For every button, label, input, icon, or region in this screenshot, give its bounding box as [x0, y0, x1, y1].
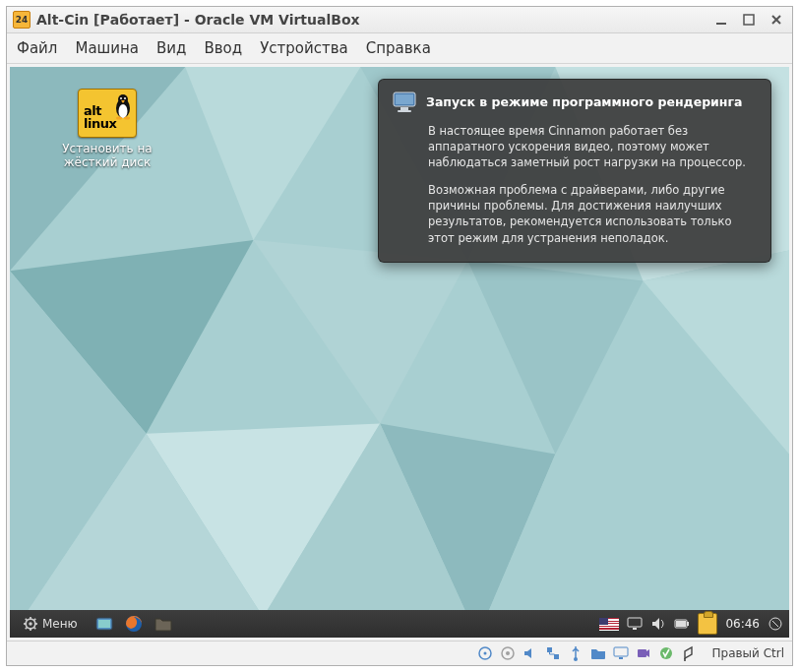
notification-body-2: Возможная проблема с драйверами, либо др…: [428, 182, 757, 245]
svg-marker-63: [646, 649, 649, 657]
svg-rect-60: [614, 647, 628, 656]
menu-devices[interactable]: Устройства: [260, 39, 348, 57]
show-desktop-button[interactable]: [93, 613, 115, 635]
svg-point-32: [29, 622, 32, 626]
desktop-icon-install[interactable]: alt linux Установить на жёсткий диск: [43, 89, 171, 169]
notifications-tray-icon[interactable]: [768, 616, 783, 632]
svg-line-38: [34, 628, 36, 630]
files-launcher[interactable]: [153, 613, 174, 635]
svg-point-59: [574, 657, 578, 661]
app-icon: 24: [13, 11, 31, 29]
network-indicator-icon[interactable]: [545, 645, 561, 661]
guest-additions-indicator-icon[interactable]: [658, 645, 674, 661]
menu-help[interactable]: Справка: [366, 39, 431, 57]
menu-button-label: Меню: [42, 617, 78, 631]
volume-tray-icon[interactable]: [650, 616, 666, 632]
svg-rect-61: [619, 657, 623, 659]
close-button[interactable]: [767, 12, 786, 28]
svg-point-55: [506, 651, 510, 655]
altlinux-logo-icon: alt linux: [78, 89, 137, 138]
shared-folders-indicator-icon[interactable]: [590, 645, 606, 661]
virtualbox-window: 24 Alt-Cin [Работает] - Oracle VM Virtua…: [6, 6, 793, 666]
svg-rect-58: [554, 654, 559, 659]
taskbar-clock[interactable]: 06:46: [725, 617, 760, 631]
usb-indicator-icon[interactable]: [568, 645, 584, 661]
svg-marker-56: [524, 648, 531, 658]
svg-point-53: [484, 652, 487, 655]
notification-body-1: В настоящее время Cinnamon работает без …: [428, 123, 757, 170]
menu-input[interactable]: Ввод: [204, 39, 242, 57]
svg-rect-45: [633, 628, 637, 630]
svg-line-37: [26, 619, 28, 621]
notification-software-rendering[interactable]: Запуск в режиме программного рендеринга …: [378, 79, 771, 263]
svg-point-22: [120, 97, 122, 99]
svg-rect-62: [638, 649, 646, 657]
guest-viewport: alt linux Установить на жёсткий диск Зап…: [10, 67, 789, 638]
monitor-icon: [393, 92, 416, 113]
svg-rect-48: [687, 622, 689, 626]
svg-rect-30: [398, 110, 411, 112]
menu-view[interactable]: Вид: [156, 39, 186, 57]
svg-point-25: [116, 117, 122, 120]
svg-line-40: [26, 628, 28, 630]
display-indicator-icon[interactable]: [613, 645, 629, 661]
svg-point-20: [119, 104, 128, 118]
svg-rect-28: [396, 94, 413, 104]
svg-rect-42: [98, 620, 110, 628]
recording-indicator-icon[interactable]: [636, 645, 651, 661]
guest-taskbar: Меню 06:46: [10, 610, 789, 638]
host-key-label: Правый Ctrl: [711, 646, 784, 660]
notes-tray-icon[interactable]: [698, 613, 717, 635]
firefox-launcher[interactable]: [123, 613, 145, 635]
menubar: Файл Машина Вид Ввод Устройства Справка: [7, 33, 792, 64]
svg-rect-57: [547, 647, 552, 652]
svg-rect-49: [676, 621, 686, 627]
hdd-indicator-icon[interactable]: [477, 645, 493, 661]
svg-rect-1: [744, 15, 754, 25]
audio-indicator-icon[interactable]: [522, 645, 538, 661]
svg-rect-29: [400, 107, 408, 110]
gear-icon: [24, 617, 37, 631]
display-tray-icon[interactable]: [627, 616, 643, 632]
svg-marker-46: [652, 618, 659, 630]
menu-file[interactable]: Файл: [17, 39, 57, 57]
titlebar[interactable]: 24 Alt-Cin [Работает] - Oracle VM Virtua…: [7, 7, 792, 33]
svg-line-39: [34, 619, 36, 621]
svg-rect-44: [628, 618, 642, 627]
svg-point-26: [124, 117, 130, 120]
virtualbox-statusbar: Правый Ctrl: [7, 641, 792, 665]
desktop-icon-label: Установить на жёсткий диск: [43, 142, 171, 169]
menu-machine[interactable]: Машина: [75, 39, 139, 57]
logo-text-linux: linux: [84, 116, 116, 131]
keyboard-layout-us-icon[interactable]: [599, 618, 619, 631]
menu-button[interactable]: Меню: [16, 615, 86, 633]
svg-line-51: [772, 621, 778, 627]
notification-title: Запуск в режиме программного рендеринга: [426, 93, 742, 111]
maximize-button[interactable]: [739, 12, 759, 28]
minimize-button[interactable]: [711, 12, 731, 28]
battery-tray-icon[interactable]: [674, 616, 690, 632]
window-title: Alt-Cin [Работает] - Oracle VM VirtualBo…: [36, 12, 711, 28]
svg-point-23: [124, 97, 126, 99]
mouse-integration-indicator-icon[interactable]: [681, 645, 697, 661]
optical-indicator-icon[interactable]: [500, 645, 516, 661]
